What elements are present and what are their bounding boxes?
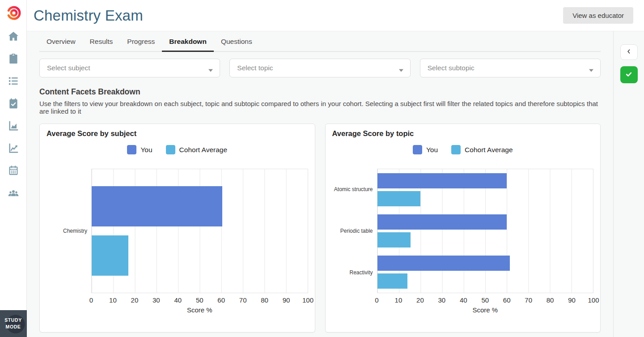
users-icon bbox=[8, 187, 19, 200]
chart-body: Atomic structurePeriodic tableReactivity… bbox=[332, 169, 594, 314]
x-axis-ticks: 0102030405060708090100 bbox=[91, 293, 308, 305]
chart-legend: YouCohort Average bbox=[47, 145, 308, 154]
bar-cohort-average-chemistry[interactable] bbox=[92, 235, 128, 276]
x-tick: 90 bbox=[568, 296, 576, 304]
x-axis-label: Score % bbox=[91, 306, 308, 314]
bar-cohort-average-atomic-structure[interactable] bbox=[377, 191, 421, 206]
plot-column: 0102030405060708090100Score % bbox=[377, 169, 594, 314]
sidebar-item-home[interactable] bbox=[7, 31, 20, 43]
category-row-reactivity bbox=[377, 252, 593, 293]
chevron-down-icon bbox=[589, 66, 594, 70]
section-heading: Content Facets Breakdown bbox=[39, 87, 601, 97]
chart-title: Average Score by topic bbox=[332, 129, 594, 138]
x-tick: 100 bbox=[302, 296, 314, 304]
content-row: OverviewResultsProgressBreakdownQuestion… bbox=[27, 31, 644, 337]
select-topic-placeholder: Select topic bbox=[237, 64, 273, 72]
legend-swatch-cohort-average bbox=[166, 145, 175, 154]
x-tick: 70 bbox=[525, 296, 532, 304]
x-tick: 10 bbox=[395, 296, 402, 304]
study-mode-badge[interactable]: STUDY MODE bbox=[0, 310, 27, 337]
category-label-chemistry: Chemistry bbox=[47, 169, 91, 293]
x-tick: 50 bbox=[196, 296, 203, 304]
bar-you-reactivity[interactable] bbox=[377, 256, 510, 271]
legend-swatch-you bbox=[413, 145, 422, 154]
sidebar-item-planner[interactable] bbox=[7, 98, 20, 110]
area-chart-icon bbox=[8, 120, 19, 133]
select-subtopic[interactable]: Select subtopic bbox=[420, 59, 601, 77]
side-panel bbox=[613, 31, 644, 337]
tab-overview[interactable]: Overview bbox=[39, 34, 83, 51]
check-icon bbox=[624, 70, 633, 80]
x-tick: 60 bbox=[217, 296, 225, 304]
legend-label: You bbox=[140, 146, 152, 154]
tab-questions[interactable]: Questions bbox=[214, 34, 259, 51]
chevron-down-icon bbox=[208, 66, 213, 70]
plot-area bbox=[377, 169, 594, 293]
collapse-panel-button[interactable] bbox=[620, 44, 638, 60]
legend-label: Cohort Average bbox=[179, 146, 227, 154]
select-subtopic-placeholder: Select subtopic bbox=[428, 64, 475, 72]
select-subject[interactable]: Select subject bbox=[39, 59, 220, 77]
x-axis-label: Score % bbox=[377, 306, 594, 314]
chart-title: Average Score by subject bbox=[47, 129, 308, 138]
legend-swatch-you bbox=[127, 145, 136, 154]
bar-cohort-average-periodic-table[interactable] bbox=[377, 232, 411, 247]
x-tick: 0 bbox=[375, 296, 378, 304]
sidebar-item-progress[interactable] bbox=[7, 143, 20, 155]
x-tick: 30 bbox=[153, 296, 160, 304]
view-as-educator-button[interactable]: View as educator bbox=[563, 7, 633, 24]
tab-results[interactable]: Results bbox=[83, 34, 120, 51]
tab-breakdown[interactable]: Breakdown bbox=[162, 34, 214, 52]
category-row-chemistry bbox=[92, 169, 308, 293]
confirm-button[interactable] bbox=[620, 66, 638, 83]
filters-row: Select subjectSelect topicSelect subtopi… bbox=[39, 59, 601, 77]
legend-item-you[interactable]: You bbox=[127, 145, 152, 154]
x-tick: 70 bbox=[239, 296, 247, 304]
legend-item-cohort-average[interactable]: Cohort Average bbox=[166, 145, 227, 154]
x-tick: 80 bbox=[547, 296, 554, 304]
bar-you-periodic-table[interactable] bbox=[377, 214, 507, 230]
main-area: Chemistry Exam View as educator Overview… bbox=[27, 0, 644, 337]
bar-you-atomic-structure[interactable] bbox=[377, 173, 507, 188]
x-axis-ticks: 0102030405060708090100 bbox=[377, 293, 594, 305]
select-subject-placeholder: Select subject bbox=[47, 64, 90, 72]
legend-swatch-cohort-average bbox=[451, 145, 461, 154]
section-description: Use the filters to view your breakdown o… bbox=[39, 100, 601, 115]
study-mode-line1: STUDY bbox=[4, 317, 22, 324]
bar-cohort-average-reactivity[interactable] bbox=[377, 273, 408, 289]
sidebar-item-performance[interactable] bbox=[7, 121, 20, 132]
x-tick: 40 bbox=[174, 296, 182, 304]
chart-legend: YouCohort Average bbox=[332, 145, 594, 154]
tab-progress[interactable]: Progress bbox=[120, 34, 162, 51]
select-topic[interactable]: Select topic bbox=[229, 59, 410, 77]
study-mode-line2: MODE bbox=[6, 324, 21, 330]
sidebar-item-exams[interactable] bbox=[7, 54, 20, 65]
category-row-periodic-table bbox=[377, 210, 593, 252]
chevron-down-icon bbox=[398, 66, 404, 70]
bar-you-chemistry[interactable] bbox=[92, 186, 222, 226]
plot-area bbox=[91, 169, 308, 293]
home-icon bbox=[8, 30, 19, 44]
legend-item-you[interactable]: You bbox=[413, 145, 438, 154]
x-tick: 10 bbox=[109, 296, 117, 304]
x-tick: 30 bbox=[438, 296, 446, 304]
x-tick: 50 bbox=[481, 296, 489, 304]
sidebar-item-calendar[interactable] bbox=[7, 166, 20, 177]
category-row-atomic-structure bbox=[377, 169, 593, 210]
x-tick: 40 bbox=[460, 296, 467, 304]
charts-row: Average Score by subjectYouCohort Averag… bbox=[39, 124, 601, 333]
page-title: Chemistry Exam bbox=[34, 7, 143, 24]
plot-column: 0102030405060708090100Score % bbox=[91, 169, 308, 314]
category-label-periodic-table: Periodic table bbox=[332, 210, 377, 252]
sidebar-item-lists[interactable] bbox=[7, 76, 20, 88]
x-tick: 80 bbox=[261, 296, 268, 304]
category-axis: Chemistry bbox=[47, 169, 91, 293]
topbar: Chemistry Exam View as educator bbox=[27, 0, 644, 31]
brand-logo-icon[interactable] bbox=[4, 4, 22, 21]
sidebar-item-cohort[interactable] bbox=[7, 188, 20, 200]
x-tick: 100 bbox=[588, 296, 599, 304]
calendar-check-icon bbox=[8, 98, 19, 111]
legend-item-cohort-average[interactable]: Cohort Average bbox=[451, 145, 513, 154]
tab-bar: OverviewResultsProgressBreakdownQuestion… bbox=[39, 31, 601, 52]
clipboard-icon bbox=[8, 53, 19, 66]
